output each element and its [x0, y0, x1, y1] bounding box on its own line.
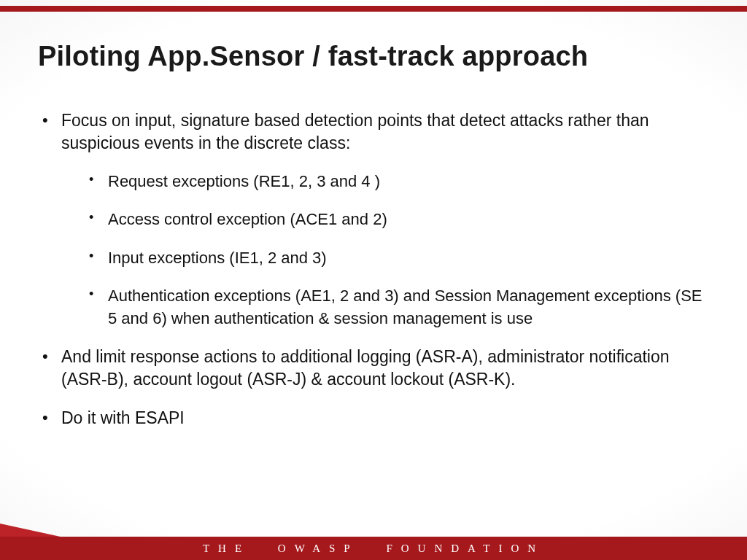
- footer: THE OWASP FOUNDATION: [0, 524, 747, 560]
- bullet-list: Focus on input, signature based detectio…: [38, 109, 709, 429]
- footer-word-owasp: OWASP: [278, 542, 359, 554]
- footer-brand: THE OWASP FOUNDATION: [203, 542, 544, 555]
- bullet-3: Do it with ESAPI: [38, 407, 709, 429]
- bullet-1: Focus on input, signature based detectio…: [38, 109, 709, 330]
- footer-bar: THE OWASP FOUNDATION: [0, 537, 747, 560]
- bullet-1-text: Focus on input, signature based detectio…: [61, 111, 649, 152]
- slide-title: Piloting App.Sensor / fast-track approac…: [38, 41, 709, 72]
- sub-bullet-3: Input exceptions (IE1, 2 and 3): [61, 247, 709, 269]
- sub-bullet-4: Authentication exceptions (AE1, 2 and 3)…: [61, 285, 709, 330]
- footer-word-foundation: FOUNDATION: [386, 542, 544, 554]
- sub-bullet-list: Request exceptions (RE1, 2, 3 and 4 ) Ac…: [61, 171, 709, 330]
- bullet-2: And limit response actions to additional…: [38, 346, 709, 391]
- sub-bullet-1: Request exceptions (RE1, 2, 3 and 4 ): [61, 171, 709, 192]
- slide-body: Focus on input, signature based detectio…: [38, 109, 709, 502]
- sub-bullet-2: Access control exception (ACE1 and 2): [61, 209, 709, 230]
- top-accent-bar: [0, 6, 747, 12]
- footer-word-the: THE: [203, 542, 250, 554]
